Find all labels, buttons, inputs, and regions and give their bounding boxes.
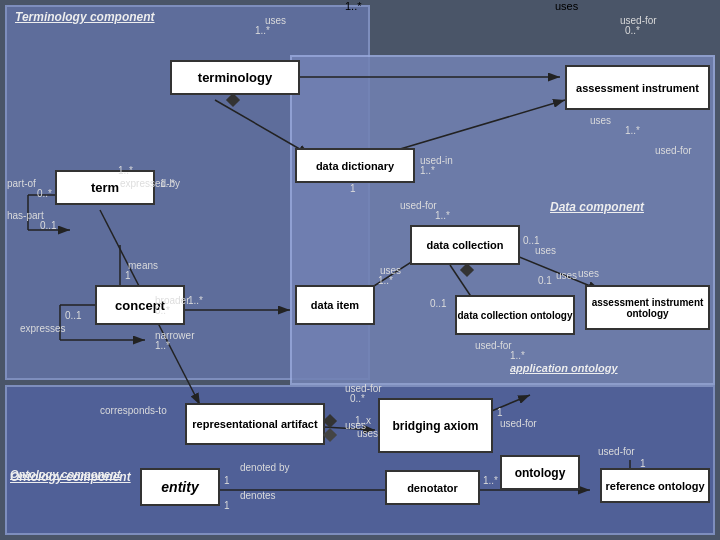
means-mult: 1 [125, 270, 131, 281]
reference-ontology-box: reference ontology [600, 468, 710, 503]
dc-right-uses-label: uses [535, 245, 556, 256]
part-of-mult: 0..* [37, 188, 52, 199]
ba-uses-mult1: 1..x [355, 415, 371, 426]
ai-onto-uses-mult: 0.1 [538, 275, 552, 286]
means-label: means [128, 260, 158, 271]
data-collection-box: data collection [410, 225, 520, 265]
used-for-onto-label: used-for [475, 340, 512, 351]
bridging-axiom-box: bridging axiom [378, 398, 493, 453]
denoted-by-mult: 1 [224, 475, 230, 486]
ai-onto-uses-label: uses [555, 0, 578, 12]
dc-onto-uses-right: uses [578, 268, 599, 279]
data-item-box: data item [295, 285, 375, 325]
rep-art-used-for-mult: 0..* [350, 393, 365, 404]
uses-upper-label: uses [556, 270, 577, 281]
expressed-by-mult2: 1..* [160, 178, 175, 189]
denotator-box: denotator [385, 470, 480, 505]
part-of-label: part-of [7, 178, 36, 189]
uses-data-item-mult1: 1..* [378, 275, 393, 286]
broader-mult: 0..* [155, 305, 170, 316]
used-for-right-label: used-for [655, 145, 692, 156]
denotes-mult: 1 [224, 500, 230, 511]
denotator-right-mult: 1..* [483, 475, 498, 486]
uses-right-label: uses [590, 115, 611, 126]
expresses-mult: 0..1 [65, 310, 82, 321]
used-for-coll-mult1: 1..* [435, 210, 450, 221]
assessment-instrument-box: assessment instrument [565, 65, 710, 110]
terminology-component-label: Terminology component [15, 10, 155, 24]
denoted-by-label: denoted by [240, 462, 290, 473]
narrower-mult: 1..* [155, 340, 170, 351]
used-in-mult: 1..* [420, 165, 435, 176]
corresponds-to-label: corresponds-to [100, 405, 167, 416]
has-part-label: has-part [7, 210, 44, 221]
application-ontology-label: application ontology [510, 362, 618, 374]
data-dictionary-box: data dictionary [295, 148, 415, 183]
entity-box: entity [140, 468, 220, 506]
rep-art-uses-mult: 1..* [345, 0, 362, 12]
ref-onto-mult: 1 [640, 458, 646, 469]
ba-used-for-mult: 1 [497, 407, 503, 418]
terminology-box: terminology [170, 60, 300, 95]
used-for-ref-label: used-for [598, 446, 635, 457]
ba-used-for-label: used-for [500, 418, 537, 429]
concept-data-item-mult: 1..* [188, 295, 203, 306]
ontology-box: ontology [500, 455, 580, 490]
term-expressed-mult: 1..* [118, 165, 133, 176]
data-collection-ontology-box: data collection ontology [455, 295, 575, 335]
representational-artifact-box: representational artifact [185, 403, 325, 445]
dc-onto-left-mult: 0..1 [430, 298, 447, 309]
used-for-coll-label: used-for [400, 200, 437, 211]
expresses-label: expresses [20, 323, 66, 334]
ba-uses-label: uses [357, 428, 378, 439]
used-for-onto-mult: 1..* [510, 350, 525, 361]
ontology-comp-label: Ontology component [10, 468, 121, 480]
used-for-top-mult: 0..* [625, 25, 640, 36]
assessment-instrument-ontology-box: assessment instrument ontology [585, 285, 710, 330]
data-dict-mult-1: 1 [350, 183, 356, 194]
used-for-right-mult: 1..* [625, 125, 640, 136]
denotes-label: denotes [240, 490, 276, 501]
has-part-mult: 0..1 [40, 220, 57, 231]
data-component-label: Data component [550, 200, 644, 214]
uses-top-mult-left: 1..* [255, 25, 270, 36]
